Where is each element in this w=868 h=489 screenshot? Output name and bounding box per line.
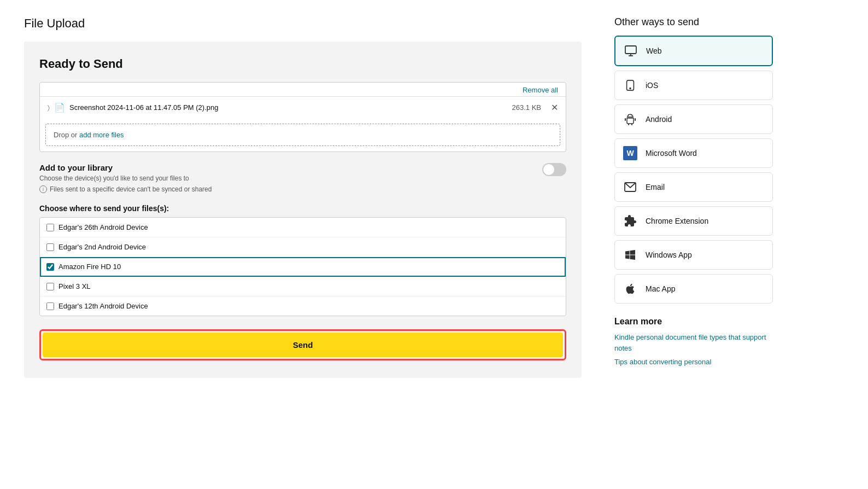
upload-card: Ready to Send Remove all 〉 📄 Screenshot … — [24, 42, 582, 378]
device-item[interactable]: Pixel 3 XL — [40, 277, 566, 296]
svg-rect-10 — [631, 124, 632, 125]
android-icon — [623, 112, 638, 127]
learn-more-title: Learn more — [614, 317, 773, 327]
file-document-icon: 📄 — [54, 102, 65, 113]
svg-point-4 — [630, 88, 631, 89]
library-toggle[interactable] — [542, 163, 566, 176]
svg-rect-7 — [625, 118, 626, 121]
chevron-right-icon[interactable]: 〉 — [48, 104, 50, 112]
way-label-ios: iOS — [646, 81, 658, 90]
svg-point-6 — [631, 117, 632, 118]
way-label-mac: Mac App — [646, 284, 675, 293]
device-checkbox-1[interactable] — [46, 243, 54, 251]
way-card-word[interactable]: WMicrosoft Word — [614, 138, 773, 168]
device-checkbox-3[interactable] — [46, 283, 54, 290]
learn-more-section: Learn more Kindle personal document file… — [614, 317, 773, 368]
svg-rect-8 — [635, 118, 636, 121]
device-item[interactable]: Amazon Fire HD 10 — [40, 257, 566, 277]
device-item[interactable]: Edgar's 12th Android Device — [40, 296, 566, 316]
library-note: i Files sent to a specific device can't … — [39, 185, 212, 193]
way-label-email: Email — [646, 183, 665, 191]
way-label-word: Microsoft Word — [646, 149, 697, 158]
library-title: Add to your library — [39, 163, 212, 172]
device-name: Pixel 3 XL — [58, 282, 91, 290]
way-label-android: Android — [646, 115, 672, 124]
file-item-row: 〉 📄 Screenshot 2024-11-06 at 11.47.05 PM… — [40, 96, 566, 118]
mac-icon — [623, 281, 638, 296]
way-card-ios[interactable]: iOS — [614, 71, 773, 100]
remove-all-row: Remove all — [40, 83, 566, 96]
way-card-mac[interactable]: Mac App — [614, 274, 773, 304]
file-size: 263.1 KB — [512, 103, 542, 112]
library-subtitle: Choose the device(s) you'd like to send … — [39, 174, 212, 182]
drop-text: Drop or — [54, 131, 79, 139]
device-item[interactable]: Edgar's 26th Android Device — [40, 218, 566, 237]
ios-icon — [623, 78, 638, 93]
device-section: Choose where to send your files(s): Edga… — [39, 204, 566, 316]
drop-zone[interactable]: Drop or add more files — [45, 124, 560, 146]
main-content: File Upload Ready to Send Remove all 〉 📄… — [24, 16, 582, 473]
chrome-icon — [623, 213, 638, 229]
file-section: Remove all 〉 📄 Screenshot 2024-11-06 at … — [39, 82, 566, 152]
device-name: Amazon Fire HD 10 — [58, 263, 121, 271]
add-files-link[interactable]: add more files — [79, 131, 124, 139]
library-header: Add to your library Choose the device(s)… — [39, 163, 566, 193]
learn-more-link-0[interactable]: Kindle personal document file types that… — [614, 332, 773, 353]
device-list: Edgar's 26th Android DeviceEdgar's 2nd A… — [39, 217, 566, 316]
learn-more-link-1[interactable]: Tips about converting personal — [614, 357, 773, 368]
page-title: File Upload — [24, 16, 582, 31]
svg-rect-9 — [628, 124, 629, 125]
learn-more-links: Kindle personal document file types that… — [614, 332, 773, 368]
device-name: Edgar's 12th Android Device — [58, 302, 148, 310]
sidebar-title: Other ways to send — [614, 16, 773, 28]
device-checkbox-0[interactable] — [46, 224, 54, 231]
page-container: File Upload Ready to Send Remove all 〉 📄… — [24, 16, 844, 473]
device-checkbox-2[interactable] — [46, 263, 54, 271]
remove-file-icon[interactable]: ✕ — [551, 103, 558, 112]
web-icon — [623, 43, 638, 59]
way-card-android[interactable]: Android — [614, 104, 773, 134]
library-note-text: Files sent to a specific device can't be… — [50, 185, 212, 193]
ready-to-send-title: Ready to Send — [39, 57, 566, 71]
device-section-title: Choose where to send your files(s): — [39, 204, 566, 213]
windows-icon — [623, 247, 638, 263]
remove-all-link[interactable]: Remove all — [523, 86, 558, 94]
device-checkbox-4[interactable] — [46, 302, 54, 310]
sidebar: Other ways to send WebiOSAndroidWMicroso… — [614, 16, 773, 473]
word-icon: W — [623, 145, 638, 161]
send-button-wrapper: Send — [39, 329, 566, 360]
library-text: Add to your library Choose the device(s)… — [39, 163, 212, 193]
device-name: Edgar's 2nd Android Device — [58, 243, 146, 251]
email-icon — [623, 179, 638, 195]
way-card-web[interactable]: Web — [614, 36, 773, 66]
svg-rect-0 — [625, 46, 636, 54]
device-item[interactable]: Edgar's 2nd Android Device — [40, 237, 566, 257]
ways-container: WebiOSAndroidWMicrosoft WordEmailChrome … — [614, 36, 773, 304]
way-card-chrome[interactable]: Chrome Extension — [614, 206, 773, 236]
way-label-chrome: Chrome Extension — [646, 217, 708, 225]
svg-point-5 — [629, 117, 630, 118]
way-label-windows: Windows App — [646, 251, 692, 259]
way-card-windows[interactable]: Windows App — [614, 240, 773, 270]
info-icon: i — [39, 185, 47, 193]
library-section: Add to your library Choose the device(s)… — [39, 163, 566, 193]
way-card-email[interactable]: Email — [614, 172, 773, 202]
device-name: Edgar's 26th Android Device — [58, 223, 148, 231]
way-label-web: Web — [646, 46, 662, 55]
file-name: Screenshot 2024-11-06 at 11.47.05 PM (2)… — [69, 103, 508, 112]
send-button[interactable]: Send — [43, 333, 563, 357]
